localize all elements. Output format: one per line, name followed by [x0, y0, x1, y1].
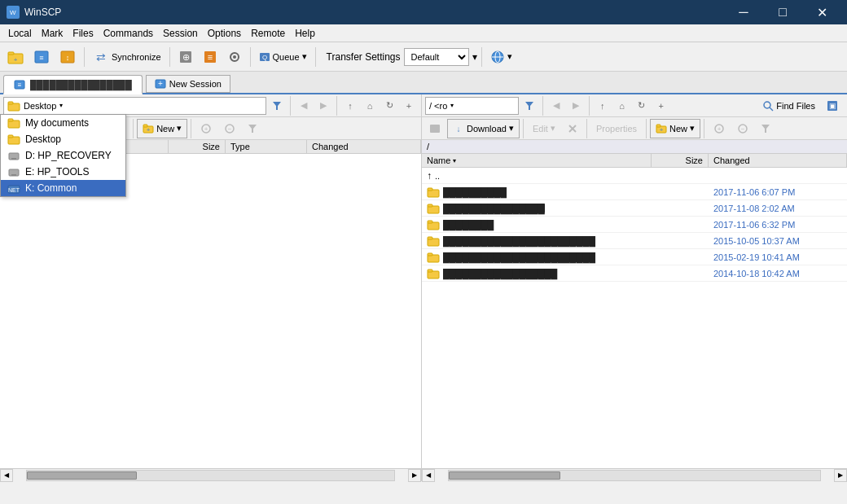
dropdown-desktop[interactable]: Desktop: [1, 131, 125, 147]
table-row[interactable]: ████████████████████████ 2015-10-05 10:3…: [422, 233, 847, 249]
right-fwd-btn[interactable]: ▶: [567, 97, 585, 115]
left-refresh-btn[interactable]: ↻: [380, 97, 398, 115]
right-icon-end2[interactable]: −: [731, 119, 754, 138]
menu-session[interactable]: Session: [158, 26, 203, 41]
file-size-cell: [652, 240, 709, 242]
left-back-btn[interactable]: ◀: [295, 97, 313, 115]
new-session-label: New Session: [169, 79, 222, 89]
menu-commands[interactable]: Commands: [99, 26, 158, 41]
left-col-type[interactable]: Type: [226, 140, 307, 153]
right-col-changed[interactable]: Changed: [709, 154, 847, 167]
new-session-button[interactable]: + New Session: [146, 75, 230, 93]
right-edit-btn[interactable]: Edit ▾: [527, 119, 561, 138]
right-col-size[interactable]: Size: [652, 154, 709, 167]
synchronize-button[interactable]: ⇄ Synchronize: [89, 46, 165, 68]
svg-point-51: [764, 102, 770, 108]
right-scroll-right[interactable]: ▶: [834, 469, 847, 482]
left-scroll-left[interactable]: ◀: [0, 469, 13, 482]
right-filter-action-btn[interactable]: [755, 119, 776, 138]
right-refresh-btn[interactable]: ↻: [633, 97, 651, 115]
table-row[interactable]: ████████ 2017-11-06 6:32 PM: [422, 217, 847, 233]
dropdown-common[interactable]: NET K: Common: [1, 180, 125, 196]
left-scroll-track[interactable]: [26, 470, 395, 481]
file-name-cell: ████████████████████████: [422, 234, 652, 248]
dropdown-hp-tools[interactable]: E: HP_TOOLS: [1, 164, 125, 180]
left-new-btn[interactable]: + New ▾: [137, 119, 187, 138]
left-col-size[interactable]: Size: [169, 140, 226, 153]
right-filter-btn[interactable]: [520, 97, 538, 115]
file-name-cell: ↑ ..: [422, 169, 652, 182]
table-row[interactable]: ↑ ..: [422, 168, 847, 184]
close-button[interactable]: ✕: [803, 0, 840, 24]
table-row[interactable]: ████████████████ 2017-11-08 2:02 AM: [422, 200, 847, 217]
right-up-btn[interactable]: ↑: [594, 97, 612, 115]
right-download-label: Download: [467, 124, 507, 134]
dropdown-hp-recovery-label: D: HP_RECOVERY: [25, 150, 112, 161]
table-row[interactable]: ██████████████████ 2014-10-18 10:42 AM: [422, 265, 847, 282]
menu-options[interactable]: Options: [203, 26, 246, 41]
right-icon-btn1[interactable]: [424, 119, 446, 138]
left-path-dropdown[interactable]: Desktop ▾: [3, 97, 266, 115]
find-files-button[interactable]: Find Files: [758, 94, 819, 117]
gear-button[interactable]: [223, 46, 246, 68]
right-root-btn[interactable]: ⌂: [613, 97, 631, 115]
right-add-btn[interactable]: +: [652, 97, 670, 115]
local-new-folder-button[interactable]: +: [3, 46, 28, 68]
maximize-button[interactable]: □: [764, 0, 801, 24]
left-scroll-right[interactable]: ▶: [408, 469, 421, 482]
left-up-btn[interactable]: ↑: [341, 97, 359, 115]
dropdown-hp-recovery[interactable]: D: HP_RECOVERY: [1, 147, 125, 164]
left-icon-end1[interactable]: +: [195, 119, 217, 138]
right-extra-btn[interactable]: ▣: [821, 94, 844, 117]
right-scroll-thumb[interactable]: [449, 471, 560, 480]
local-button3[interactable]: ↕: [55, 46, 80, 68]
menu-mark[interactable]: Mark: [37, 26, 68, 41]
queue-button[interactable]: Q Queue ▾: [255, 46, 311, 68]
right-path-dropdown[interactable]: / <ro ▾: [425, 97, 519, 115]
transfer-settings-select[interactable]: Default: [404, 48, 469, 66]
left-filter-action-btn[interactable]: [242, 119, 263, 138]
left-fwd-btn[interactable]: ▶: [314, 97, 332, 115]
left-icon-end2[interactable]: −: [218, 119, 241, 138]
right-back-btn[interactable]: ◀: [547, 97, 565, 115]
dropdown-hp-tools-label: E: HP_TOOLS: [25, 166, 89, 177]
menu-help[interactable]: Help: [290, 26, 320, 41]
svg-marker-66: [761, 125, 770, 133]
right-download-btn[interactable]: ↓ Download ▾: [447, 119, 520, 138]
menu-remote[interactable]: Remote: [246, 26, 290, 41]
left-scroll-thumb[interactable]: [27, 471, 137, 480]
svg-text:+: +: [660, 126, 664, 134]
right-scroll-track[interactable]: [448, 470, 821, 481]
local-icon-btn2[interactable]: ≡: [199, 46, 222, 68]
globe-button[interactable]: ▾: [486, 46, 516, 68]
right-properties-btn[interactable]: Properties: [590, 119, 643, 138]
right-scroll-left[interactable]: ◀: [422, 469, 435, 482]
left-filter-btn[interactable]: [268, 97, 286, 115]
file-name: ..: [435, 171, 440, 181]
right-icon-end1[interactable]: +: [708, 119, 731, 138]
file-size-cell: [652, 273, 709, 274]
left-root-btn[interactable]: ⌂: [361, 97, 379, 115]
right-delete-btn[interactable]: [562, 119, 583, 138]
left-add-btn[interactable]: +: [400, 97, 418, 115]
file-changed-cell: 2017-11-08 2:02 AM: [709, 203, 847, 214]
right-col-name[interactable]: Name ▾: [422, 154, 652, 167]
dropdown-my-documents[interactable]: My documents: [1, 115, 125, 131]
minimize-button[interactable]: ─: [725, 0, 762, 24]
svg-rect-3: [8, 52, 14, 55]
session-tab-active[interactable]: ≡ ████████████████: [3, 75, 143, 94]
local-button2[interactable]: ≡: [29, 46, 54, 68]
menu-files[interactable]: Files: [68, 26, 98, 41]
table-row[interactable]: ██████████ 2017-11-06 6:07 PM: [422, 184, 847, 200]
menu-local[interactable]: Local: [3, 26, 37, 41]
dropdown-desktop-label: Desktop: [25, 134, 61, 145]
file-size-cell: [652, 191, 709, 193]
table-row[interactable]: ████████████████████████ 2015-02-19 10:4…: [422, 249, 847, 265]
left-col-changed[interactable]: Changed: [307, 140, 421, 153]
right-scrollbar: ◀ ▶: [422, 468, 847, 481]
local-icon-btn1[interactable]: ⊕: [174, 46, 197, 68]
right-new-dropdown-icon: ▾: [690, 123, 695, 134]
right-new-btn[interactable]: + New ▾: [650, 119, 700, 138]
file-name: ████████████████████████: [443, 252, 595, 262]
svg-text:+: +: [204, 125, 208, 133]
